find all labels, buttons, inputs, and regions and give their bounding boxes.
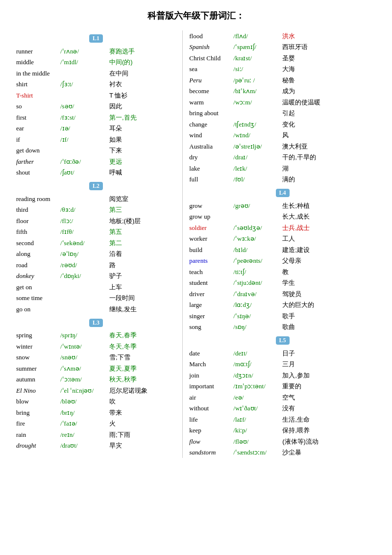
vocab-row: parents/ˈpeərənts/父母亲 [188,255,377,267]
vocab-row: road/rəʊd/路 [15,259,177,271]
vocab-word: singer [188,310,232,322]
vocab-word: without [188,403,232,414]
vocab-word: snow [15,352,59,363]
vocab-row: runner/ˈrʌnə/赛跑选手 [15,46,177,57]
vocab-meaning: 风 [281,130,377,141]
vocab-meaning: 一段时间 [108,293,177,304]
vocab-word: autumn [15,374,59,385]
vocab-phonetic: /ˈfaɪə/ [59,418,108,429]
vocab-row: grow/grəʊ/生长;种植 [188,200,377,211]
vocab-meaning: 变化 [281,119,377,130]
vocab-row: song/sɒŋ/歌曲 [188,322,377,333]
vocab-row: sandstorm/ˈsændstɔːm/沙尘暴 [188,447,377,458]
vocab-word: keep [188,425,232,436]
vocab-phonetic: /siː/ [232,64,281,75]
vocab-row: fifth/fɪfθ/第五 [15,227,177,238]
vocab-meaning: 歌手 [281,310,377,322]
vocab-row: flow/fləʊ/(液体等)流动 [188,436,377,447]
vocab-meaning: 满的 [281,174,377,185]
vocab-word: road [15,259,59,271]
vocab-row: air/eə/空气 [188,392,377,403]
vocab-meaning: 驴子 [108,271,177,282]
vocab-phonetic: /pəˈruː / [232,75,281,86]
vocab-row: blow/bləʊ/吹 [15,396,177,407]
vocab-word: lake [188,163,232,174]
vocab-phonetic: /flɔː/ [59,215,108,227]
vocab-word: worker [188,233,232,245]
vocab-word: shout [15,167,59,178]
vocab-row: lake/leɪk/湖 [188,163,377,174]
vocab-meaning: 带来 [108,407,177,418]
vocab-word: fire [15,418,59,429]
vocab-meaning: 士兵,战士 [281,222,377,233]
vocab-word: so [15,101,59,112]
vocab-phonetic: /ˈfɑːðə/ [59,156,108,167]
vocab-word: March [188,359,232,370]
vocab-phonetic: /bɪˈkʌm/ [232,86,281,97]
vocab-word: become [188,86,232,97]
vocab-word: dry [188,152,232,163]
vocab-word: third [15,204,59,216]
vocab-word: soldier [188,222,232,233]
vocab-meaning: 重要的 [281,381,377,392]
vocab-meaning: 雪;下雪 [108,352,177,363]
vocab-phonetic: /rəʊd/ [59,259,108,271]
vocab-meaning: T 恤衫 [108,90,177,101]
vocab-word: parents [188,255,232,267]
vocab-meaning: 日子 [281,348,377,359]
vocab-row: farther/ˈfɑːðə/更远 [15,156,177,167]
lesson4-label: L4 [276,189,290,197]
vocab-meaning: 路 [108,259,177,271]
vocab-phonetic: /fʊl/ [232,174,281,185]
vocab-row: floor/flɔː/地板;(楼)层 [15,215,177,227]
vocab-meaning: 歌曲 [281,322,377,333]
vocab-row: first/fɜːst/第一,首先 [15,112,177,123]
vocab-phonetic: /ɪf/ [59,134,108,145]
vocab-word: get on [15,281,59,293]
vocab-phonetic: /reɪn/ [59,429,108,440]
vocab-row: snow/snəʊ/雪;下雪 [15,352,177,363]
vocab-word: T-shirt [15,90,59,101]
vocab-phonetic: /ˈsəʊldʒə/ [232,222,281,233]
vocab-meaning: 火 [108,418,177,429]
vocab-phonetic: /kraɪst/ [232,52,281,64]
vocab-meaning: 衬衣 [108,79,177,90]
vocab-row: ear/ɪə/耳朵 [15,123,177,134]
vocab-word: flow [188,436,232,447]
vocab-word: sandstorm [188,447,232,458]
vocab-word: winter [15,341,59,352]
vocab-phonetic [59,193,108,204]
vocab-phonetic [59,90,108,101]
vocab-word: second [15,237,59,249]
vocab-row: third/θɜːd/第三 [15,204,177,216]
vocab-meaning: 赛跑选手 [108,46,177,57]
vocab-phonetic: /wɔːm/ [232,97,281,108]
vocab-meaning: 阅览室 [108,193,177,204]
vocab-phonetic: /ɪmˈpɔːtənt/ [232,381,281,392]
vocab-meaning: 第五 [108,227,177,238]
vocab-row: along/əˈlɒŋ/沿着 [15,249,177,260]
vocab-meaning: 三月 [281,359,377,370]
vocab-word: warm [188,97,232,108]
vocab-meaning: 工人 [281,233,377,245]
vocab-row: flood/flʌd/洪水 [188,30,377,42]
vocab-meaning: 驾驶员 [281,288,377,300]
vocab-phonetic: /ˈspænɪʃ/ [232,42,281,53]
vocab-row: warm/wɔːm/温暖的使温暖 [188,97,377,108]
vocab-row: so/səʊ/因此 [15,101,177,112]
vocab-meaning: 教 [281,266,377,278]
vocab-meaning: 厄尔尼诺现象 [108,385,177,396]
vocab-phonetic: /ʃɜːt/ [59,79,108,90]
vocab-word: large [188,300,232,311]
vocab-phonetic [59,303,108,315]
vocab-meaning: 加入,参加 [281,370,377,381]
vocab-meaning: 第三 [108,204,177,216]
vocab-word: fifth [15,227,59,238]
lesson1-table: runner/ˈrʌnə/赛跑选手middle/ˈmɪdl/中间(的)in th… [15,46,177,178]
vocab-word: floor [15,215,59,227]
vocab-row: winter/ˈwɪntə/冬天,冬季 [15,341,177,352]
vocab-meaning: 秋天,秋季 [108,374,177,385]
vocab-phonetic: /lɑːdʒ/ [232,300,281,311]
vocab-row: become/bɪˈkʌm/成为 [188,86,377,97]
vocab-row: student/ˈstjuːdənt/学生 [188,278,377,289]
